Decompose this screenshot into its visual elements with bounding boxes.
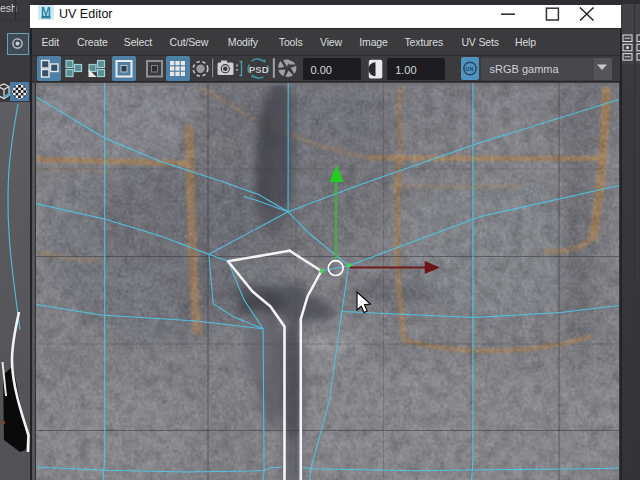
- svg-text:ON: ON: [465, 66, 473, 72]
- svg-text:PSD: PSD: [249, 64, 269, 75]
